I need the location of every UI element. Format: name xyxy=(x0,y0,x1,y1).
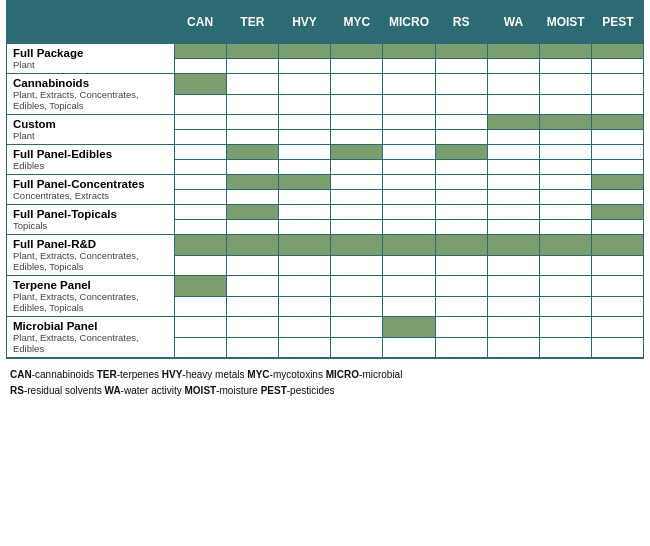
grid-cell xyxy=(279,145,331,159)
grid-cell xyxy=(592,220,643,234)
row-name: Custom xyxy=(13,118,168,130)
cell-row xyxy=(175,95,643,115)
grid-cell xyxy=(279,44,331,58)
grid-cell xyxy=(383,145,435,159)
legend-line-2: RS-residual solvents WA-water activity M… xyxy=(10,383,640,399)
legend-item: HVY-heavy metals xyxy=(162,369,248,380)
cell-row xyxy=(175,297,643,317)
grid-cell xyxy=(592,115,643,129)
grid-cell xyxy=(227,317,279,337)
grid-cell xyxy=(436,205,488,219)
item-block: Full Panel-ConcentratesConcentrates, Ext… xyxy=(7,175,643,205)
legend-item: TER-terpenes xyxy=(97,369,162,380)
legend-abbr: MOIST xyxy=(185,385,217,396)
grid-cell xyxy=(488,317,540,337)
grid-cell xyxy=(488,130,540,144)
legend-item: WA-water activity xyxy=(105,385,185,396)
grid-cell xyxy=(227,205,279,219)
legend-item: RS-residual solvents xyxy=(10,385,105,396)
grid-cell xyxy=(279,175,331,189)
item-block: CannabinoidsPlant, Extracts, Concentrate… xyxy=(7,74,643,115)
grid-cell xyxy=(436,297,488,317)
row-sub: Plant xyxy=(13,130,168,141)
row-sub: Plant, Extracts, Concentrates, Edibles, … xyxy=(13,89,168,111)
row-name: Full Panel-Topicals xyxy=(13,208,168,220)
grid-cell xyxy=(175,95,227,115)
grid-cell xyxy=(279,74,331,94)
grid-cell xyxy=(540,145,592,159)
grid-cell xyxy=(436,256,488,276)
row-name: Microbial Panel xyxy=(13,320,168,332)
grid-cell xyxy=(227,220,279,234)
grid-cell xyxy=(227,95,279,115)
grid-cell xyxy=(383,276,435,296)
grid-cell xyxy=(227,297,279,317)
legend-item: CAN-cannabinoids xyxy=(10,369,97,380)
grid-cell xyxy=(383,115,435,129)
grid-cell xyxy=(175,235,227,255)
grid-cell xyxy=(175,115,227,129)
grid-cell xyxy=(436,338,488,358)
grid-cell xyxy=(540,130,592,144)
grid-cell xyxy=(175,205,227,219)
grid-cell xyxy=(383,297,435,317)
legend-abbr: MYC xyxy=(247,369,269,380)
grid-cell xyxy=(436,220,488,234)
grid-cell xyxy=(227,44,279,58)
grid-cell xyxy=(175,59,227,73)
grid-cell xyxy=(592,160,643,174)
grid-cell xyxy=(488,74,540,94)
grid-cell xyxy=(488,145,540,159)
grid-cell xyxy=(592,256,643,276)
grid-cell xyxy=(331,256,383,276)
grid-cell xyxy=(540,190,592,204)
row-label: Full Panel-EdiblesEdibles xyxy=(7,145,175,174)
grid-cell xyxy=(436,74,488,94)
grid-cell xyxy=(279,115,331,129)
legend-abbr: PEST xyxy=(261,385,287,396)
grid-cell xyxy=(488,235,540,255)
grid-cell xyxy=(436,115,488,129)
grid-cell xyxy=(175,256,227,276)
grid-cell xyxy=(436,276,488,296)
grid-cell xyxy=(227,130,279,144)
grid-cell xyxy=(331,338,383,358)
grid-cell xyxy=(331,95,383,115)
row-name: Full Panel-Concentrates xyxy=(13,178,168,190)
cell-row xyxy=(175,130,643,144)
grid-cell xyxy=(436,130,488,144)
grid-cell xyxy=(279,160,331,174)
legend: CAN-cannabinoids TER-terpenes HVY-heavy … xyxy=(0,359,650,403)
grid-cell xyxy=(227,338,279,358)
grid-cell xyxy=(592,317,643,337)
grid-cell xyxy=(488,205,540,219)
legend-item: MYC-mycotoxins xyxy=(247,369,325,380)
grid-cell xyxy=(488,297,540,317)
grid-cell xyxy=(331,297,383,317)
item-block: Full Panel-EdiblesEdibles xyxy=(7,145,643,175)
grid-cell xyxy=(436,95,488,115)
grid-cell xyxy=(227,190,279,204)
grid-cell xyxy=(540,205,592,219)
legend-abbr: MICRO xyxy=(326,369,359,380)
cell-row xyxy=(175,74,643,95)
legend-item: MICRO-microbial xyxy=(326,369,403,380)
cell-row xyxy=(175,190,643,204)
grid-cell xyxy=(331,220,383,234)
row-name: Cannabinoids xyxy=(13,77,168,89)
header-col-rs: RS xyxy=(435,15,487,29)
grid-cell xyxy=(331,235,383,255)
cell-rows-area xyxy=(175,205,643,234)
grid-cell xyxy=(540,220,592,234)
grid-cell xyxy=(227,59,279,73)
grid-cell xyxy=(383,59,435,73)
grid-cell xyxy=(279,59,331,73)
grid-cell xyxy=(383,130,435,144)
row-label: Full PackagePlant xyxy=(7,44,175,73)
item-block: Full Panel-R&DPlant, Extracts, Concentra… xyxy=(7,235,643,276)
legend-abbr: CAN xyxy=(10,369,32,380)
grid-cell xyxy=(540,276,592,296)
grid-cell xyxy=(436,160,488,174)
grid-cell xyxy=(540,175,592,189)
cell-rows-area xyxy=(175,115,643,144)
